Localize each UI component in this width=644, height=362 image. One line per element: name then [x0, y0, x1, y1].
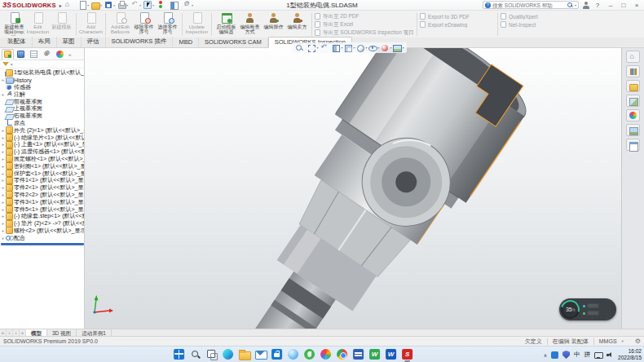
hide-show-items-icon[interactable]: ▾: [368, 44, 379, 52]
dropdown-arrow-icon[interactable]: ▾: [126, 3, 128, 7]
tree-item[interactable]: ▸ 传感器: [1, 84, 84, 91]
tree-filter[interactable]: ▾: [0, 60, 84, 68]
dropdown-arrow-icon[interactable]: ▾: [139, 3, 141, 7]
hud-control[interactable]: [587, 303, 599, 308]
dimxpert-manager-tab[interactable]: [41, 49, 53, 60]
view-tab[interactable]: 运动算例1: [77, 329, 112, 336]
tree-item[interactable]: ▸ 螺栓<2> (默认<<默认>_显示状态: [1, 227, 84, 235]
zoom-fit-icon[interactable]: ▾: [295, 44, 306, 52]
filter-dropdown-icon[interactable]: ▾: [11, 62, 13, 67]
tab-scroll-last-icon[interactable]: »: [20, 329, 26, 336]
dropdown-arrow-icon[interactable]: ▾: [341, 46, 342, 50]
ribbon-button[interactable]: 编辑检查方式: [238, 11, 262, 38]
ribbon-menu-item[interactable]: 导出至 Excel: [315, 21, 414, 28]
new-document-icon[interactable]: ▾: [78, 1, 89, 10]
tree-item[interactable]: ▸ (-) 温度传感器<1> (默认<<默认>_显: [1, 148, 84, 156]
security-shield-icon[interactable]: [562, 351, 570, 359]
home-icon[interactable]: ▾: [65, 1, 76, 10]
dropdown-arrow-icon[interactable]: ▾: [402, 46, 404, 50]
ribbon-button[interactable]: 新建检查项目(imp;旧): [2, 11, 26, 38]
tree-item[interactable]: ▸ 保护套<1> (默认<<默认>_显示状态: [1, 170, 84, 177]
tree-item[interactable]: ▸ 原点: [1, 120, 84, 127]
feature-manager-tab[interactable]: [2, 49, 14, 60]
network-icon[interactable]: [594, 351, 602, 359]
custom-properties-icon[interactable]: [626, 139, 640, 151]
design-library-icon[interactable]: [626, 65, 640, 77]
dropdown-arrow-icon[interactable]: ▾: [192, 3, 193, 7]
tab-scroll-left-icon[interactable]: ‹: [7, 329, 13, 336]
ribbon-button[interactable]: 编辑操作: [262, 11, 285, 38]
hud-control[interactable]: [587, 311, 599, 316]
property-manager-tab[interactable]: [15, 49, 27, 60]
ribbon-button[interactable]: Add Characteristic: [79, 11, 103, 38]
edge-icon[interactable]: [222, 348, 234, 360]
volume-icon[interactable]: [607, 351, 614, 359]
file-explorer-icon[interactable]: [626, 80, 640, 92]
tree-root[interactable]: ▸ 1型铠装热电偶 (默认<默认_显示状态-1>: [1, 69, 84, 77]
tree-item[interactable]: ▸ 零件2<2> (默认<<默认>_显示状态: [1, 192, 84, 199]
scenes-icon[interactable]: [626, 124, 640, 136]
ribbon-menu-item[interactable]: 导出至 SOLIDWORKS Inspection 项目: [315, 29, 414, 36]
search-icon[interactable]: [189, 348, 201, 360]
3d-model[interactable]: [85, 48, 621, 329]
menu-expand-icon[interactable]: ▸: [60, 2, 62, 8]
solidworks-icon[interactable]: [401, 348, 413, 360]
help-button[interactable]: ?: [593, 2, 602, 9]
open-icon[interactable]: ▾: [91, 1, 102, 10]
display-pane-icon[interactable]: ▾: [170, 1, 180, 10]
ribbon-tab[interactable]: 装配体: [2, 37, 33, 47]
ribbon-menu-item[interactable]: Export to 3D PDF: [420, 13, 495, 20]
minimize-button[interactable]: –: [606, 2, 615, 9]
ime-language-indicator[interactable]: 中: [574, 351, 580, 359]
tree-item[interactable]: ▸ 前视基准面: [1, 98, 84, 105]
close-button[interactable]: ×: [632, 2, 642, 9]
rollback-bar[interactable]: [1, 243, 84, 245]
graphics-area[interactable]: 35%: [85, 48, 621, 329]
ribbon-button[interactable]: 编辑卖方: [285, 11, 309, 38]
task-view-icon[interactable]: [205, 348, 218, 360]
appearances-icon[interactable]: [626, 109, 640, 121]
help-search[interactable]: ? ▾: [483, 1, 579, 9]
app-book-icon[interactable]: [352, 348, 364, 360]
tree-item[interactable]: ▸ (-) 垫片 (2)<2> ->? (默认<<默认>: [1, 220, 84, 227]
tree-item[interactable]: ▸ 密封圈<1> (默认<<默认>_显示状态: [1, 162, 84, 170]
tree-item[interactable]: ▸ (-) 绝缘垫片<1> (默认<<默认>_显示: [1, 134, 84, 141]
tree-item[interactable]: ▸ 零件3<1> (默认<<默认>_显示状态: [1, 198, 84, 205]
dropdown-arrow-icon[interactable]: ▾: [365, 46, 367, 50]
ribbon-button[interactable]: Update Inspection Project: [185, 11, 209, 38]
ribbon-tab[interactable]: SOLIDWORKS CAM: [199, 38, 268, 47]
app-green-icon[interactable]: [303, 348, 315, 360]
ribbon-button[interactable]: 新建模板: [50, 11, 73, 38]
ribbon-menu-item[interactable]: Net-Inspect: [501, 21, 566, 28]
tray-app-icon[interactable]: [551, 351, 558, 359]
dropdown-arrow-icon[interactable]: ▾: [390, 46, 391, 50]
word-icon[interactable]: [385, 348, 397, 360]
tree-item[interactable]: ▸ (-) 绝缘套.step<1> (默认<<默认>_: [1, 213, 84, 220]
ribbon-button[interactable]: 启动模板编辑器: [214, 11, 238, 38]
options-icon[interactable]: ▾: [183, 1, 193, 10]
display-manager-tab[interactable]: [54, 49, 66, 60]
tab-scroll-first-icon[interactable]: «: [0, 329, 7, 336]
search-icon[interactable]: [567, 2, 573, 8]
units-dropdown-icon[interactable]: ▾: [622, 339, 624, 343]
previous-view-icon[interactable]: ▾: [320, 44, 330, 52]
zoom-hud[interactable]: 35%: [559, 298, 616, 320]
wps-icon[interactable]: [368, 348, 381, 360]
tree-item[interactable]: ▸ 零件1<1> (默认<<默认>_显示状态: [1, 177, 84, 184]
maximize-button[interactable]: □: [619, 2, 629, 9]
edit-appearance-icon[interactable]: ▾: [381, 44, 391, 52]
dropdown-arrow-icon[interactable]: ▾: [113, 3, 115, 7]
ribbon-button[interactable]: Add/Edit Balloons: [108, 11, 132, 38]
dropdown-arrow-icon[interactable]: ▾: [377, 46, 379, 50]
tree-item[interactable]: ▸ (-) 上盖<1> (默认<<默认>_显示状态: [1, 141, 84, 148]
dropdown-arrow-icon[interactable]: ▾: [152, 3, 154, 7]
view-orientation-icon[interactable]: ▾: [344, 44, 355, 52]
search-input[interactable]: [492, 2, 565, 8]
ribbon-menu-item[interactable]: Export eDrawing: [420, 21, 495, 28]
ribbon-tab[interactable]: 草图: [57, 37, 82, 47]
tree-item[interactable]: ▸ 注解: [1, 90, 84, 98]
ribbon-button[interactable]: 移除零件序号: [132, 11, 156, 38]
tree-item[interactable]: ▸ 零件5<1> (默认<<默认>_显示状态: [1, 205, 84, 213]
chrome-icon[interactable]: [336, 348, 348, 360]
ribbon-tab[interactable]: MBD: [173, 38, 199, 47]
